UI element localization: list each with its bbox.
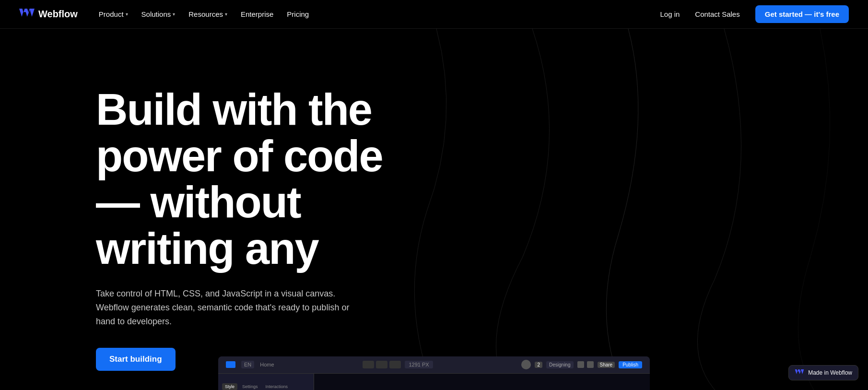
made-in-webflow-badge[interactable]: Made in Webflow: [788, 365, 858, 380]
hero-title: Build with the power of code — without w…: [96, 86, 432, 272]
nav-links: Product ▾ Solutions ▾ Resources ▾ Enterp…: [93, 6, 315, 22]
mockup-webflow-logo: [226, 361, 235, 368]
chevron-down-icon: ▾: [173, 12, 175, 17]
mockup-viewport-size: 1291 PX: [405, 361, 433, 368]
nav-link-pricing[interactable]: Pricing: [281, 6, 315, 22]
get-started-button[interactable]: Get started — it's free: [755, 5, 849, 23]
ui-mockup: EN Home 1291 PX 2 Designing: [218, 356, 650, 390]
navbar: Webflow Product ▾ Solutions ▾ Resources …: [0, 0, 868, 29]
login-link[interactable]: Log in: [654, 6, 685, 22]
mockup-panel-tabs: Style Settings Interactions: [222, 383, 291, 390]
mockup-device-icons: [363, 361, 401, 368]
mockup-tab-interactions: Interactions: [263, 383, 291, 390]
mockup-device-icon: [363, 361, 374, 368]
nav-right-links: Log in Contact Sales: [654, 6, 745, 22]
mockup-device-icon: [376, 361, 387, 368]
mockup-left-panel: Style Settings Interactions: [218, 374, 314, 390]
start-building-button[interactable]: Start building: [96, 348, 176, 371]
mockup-panels: Style Settings Interactions: [218, 374, 650, 390]
made-in-webflow-text: Made in Webflow: [808, 369, 852, 376]
mockup-toolbar-center: 1291 PX: [363, 361, 433, 368]
mockup-share-button: Share: [598, 362, 615, 368]
nav-right: Log in Contact Sales Get started — it's …: [654, 5, 849, 23]
mockup-toolbar-left: EN Home: [226, 361, 274, 368]
chevron-down-icon: ▾: [126, 12, 128, 17]
mockup-action-icons: [577, 361, 594, 368]
logo-text: Webflow: [38, 9, 78, 20]
logo[interactable]: Webflow: [19, 9, 78, 20]
mockup-toolbar: EN Home 1291 PX 2 Designing: [218, 356, 650, 374]
contact-sales-link[interactable]: Contact Sales: [689, 6, 745, 22]
mockup-toolbar-right: 2 Designing Share Publish: [521, 360, 642, 369]
mockup-publish-button: Publish: [619, 361, 642, 368]
nav-left: Webflow Product ▾ Solutions ▾ Resources …: [19, 6, 315, 22]
webflow-badge-logo-icon: [795, 369, 804, 376]
mockup-tab-settings: Settings: [239, 383, 261, 390]
mockup-collaborators-badge: 2: [535, 362, 542, 368]
chevron-down-icon: ▾: [225, 12, 227, 17]
nav-link-enterprise[interactable]: Enterprise: [235, 6, 279, 22]
hero-section: Build with the power of code — without w…: [0, 29, 868, 390]
mockup-user-avatar: [521, 360, 531, 369]
hero-content: Build with the power of code — without w…: [0, 29, 432, 390]
webflow-logo-icon: [19, 9, 35, 20]
mockup-language: EN: [241, 361, 254, 368]
mockup-tab-style: Style: [222, 383, 237, 390]
mockup-design-mode: Designing: [546, 361, 573, 368]
nav-link-resources[interactable]: Resources ▾: [183, 6, 233, 22]
mockup-breadcrumb: Home: [260, 362, 274, 367]
mockup-preview-icon: [587, 361, 594, 368]
mockup-device-icon: [389, 361, 401, 368]
hero-subtitle: Take control of HTML, CSS, and JavaScrip…: [96, 287, 364, 328]
mockup-code-icon: [577, 361, 584, 368]
nav-link-solutions[interactable]: Solutions ▾: [136, 6, 181, 22]
nav-link-product[interactable]: Product ▾: [93, 6, 134, 22]
mockup-main-canvas: [314, 374, 650, 390]
